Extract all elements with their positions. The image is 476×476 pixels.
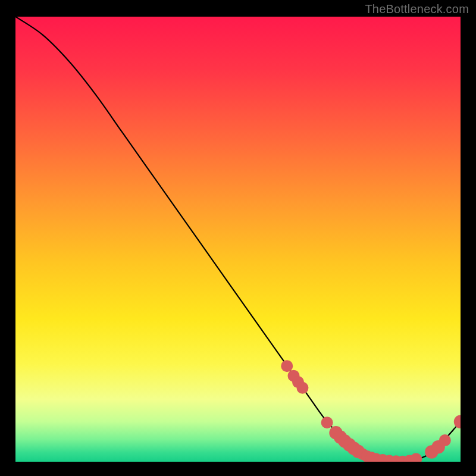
data-point [296,382,308,394]
watermark-text: TheBottleneck.com [365,2,469,16]
data-point [321,416,333,428]
gradient-background [15,17,461,462]
chart-svg [15,17,461,462]
plot-area [15,17,461,462]
chart-frame: TheBottleneck.com [0,0,476,476]
data-point [281,360,293,372]
data-point [439,434,451,446]
